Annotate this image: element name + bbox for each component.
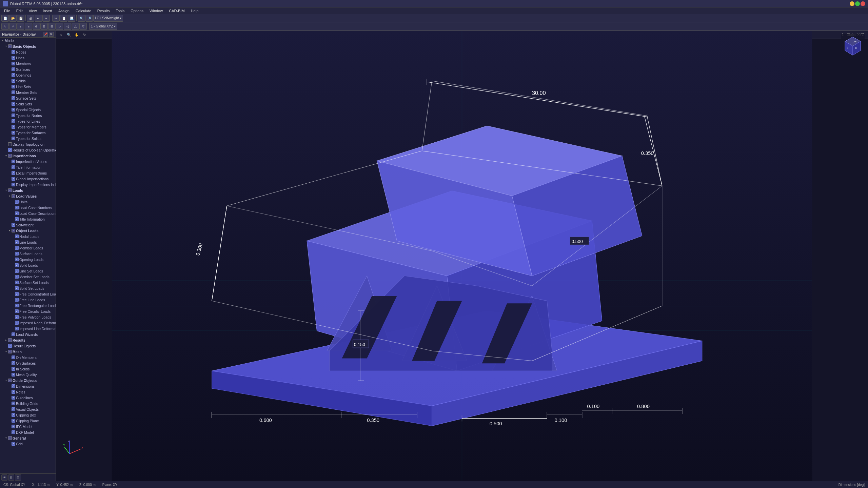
tree-checkbox-nodal-loads[interactable] xyxy=(15,235,19,238)
tree-expand-notes[interactable] xyxy=(7,390,12,394)
nav-tree-item-mesh-quality[interactable]: Mesh Quality xyxy=(0,372,56,378)
toolbar2-btn-2[interactable]: ↙ xyxy=(17,23,24,30)
tree-checkbox-imperfection-values[interactable] xyxy=(12,160,15,163)
tree-expand-nodes[interactable] xyxy=(7,50,12,54)
menu-item-file[interactable]: File xyxy=(1,8,13,14)
nav-tree-item-opening-loads[interactable]: Opening Loads xyxy=(0,257,56,262)
menu-item-edit[interactable]: Edit xyxy=(14,8,25,14)
tree-expand-local-imperfections[interactable] xyxy=(7,171,12,175)
tree-expand-display-imperfections-lc[interactable] xyxy=(7,183,12,187)
nav-tree-item-guidelines[interactable]: Guidelines xyxy=(0,395,56,401)
menu-item-assign[interactable]: Assign xyxy=(56,8,72,14)
tree-expand-mesh-on-surfaces[interactable] xyxy=(7,361,12,365)
tree-expand-object-loads[interactable]: ▾ xyxy=(7,229,12,233)
tree-checkbox-surface-sets[interactable] xyxy=(12,96,15,100)
tree-expand-opening-loads[interactable] xyxy=(11,258,15,262)
nav-tree-item-openings[interactable]: Openings xyxy=(0,72,56,78)
tree-checkbox-opening-loads[interactable] xyxy=(15,258,19,261)
nav-tree-item-special-objects[interactable]: Special Objects xyxy=(0,107,56,113)
tree-checkbox-line-set-loads[interactable] xyxy=(15,269,19,273)
tree-checkbox-types-members[interactable] xyxy=(12,125,15,129)
tree-checkbox-load-case-numbers[interactable] xyxy=(15,206,19,209)
tree-checkbox-line-loads[interactable] xyxy=(15,240,19,244)
toolbar2-btn-10[interactable]: ▽ xyxy=(79,23,87,30)
tree-expand-free-polygon-loads[interactable] xyxy=(11,315,15,319)
tree-expand-mesh[interactable]: ▾ xyxy=(4,350,8,354)
toolbar-btn-3[interactable]: 🖨 xyxy=(27,15,34,22)
nav-tree-item-mesh-on-surfaces[interactable]: On Surfaces xyxy=(0,360,56,366)
nav-tree-item-loads[interactable]: ▾Loads xyxy=(0,187,56,193)
tree-expand-line-loads[interactable] xyxy=(11,240,15,244)
tree-checkbox-dxf-model[interactable] xyxy=(12,430,15,434)
tree-checkbox-solid-sets[interactable] xyxy=(12,102,15,106)
tree-checkbox-local-imperfections[interactable] xyxy=(12,171,15,175)
nav-tree-item-imperfections[interactable]: ▾Imperfections xyxy=(0,153,56,159)
maximize-button[interactable] xyxy=(855,1,860,6)
menu-item-tools[interactable]: Tools xyxy=(113,8,127,14)
tree-checkbox-units[interactable] xyxy=(15,200,19,204)
tree-expand-load-case-descriptions[interactable] xyxy=(11,211,15,216)
nav-tree-item-load-case-descriptions[interactable]: Load Case Descriptions xyxy=(0,210,56,216)
tree-checkbox-result-objects[interactable] xyxy=(8,344,12,348)
tree-checkbox-surface-loads[interactable] xyxy=(15,252,19,256)
tree-checkbox-ifc-model[interactable] xyxy=(12,425,15,428)
tree-expand-results-boolean[interactable] xyxy=(4,148,8,152)
tree-checkbox-mesh-in-solids[interactable] xyxy=(12,367,15,371)
menu-item-help[interactable]: Help xyxy=(188,8,201,14)
tree-expand-title-info-loads[interactable] xyxy=(11,217,15,221)
tree-expand-mesh-quality[interactable] xyxy=(7,373,12,377)
tree-checkbox-dimensions[interactable] xyxy=(12,384,15,388)
tree-checkbox-free-rectangular-loads[interactable] xyxy=(15,304,19,307)
tree-checkbox-visual-objects[interactable] xyxy=(12,407,15,411)
nav-tree-item-types-solids[interactable]: Types for Solids xyxy=(0,136,56,141)
tree-expand-clipping-box[interactable] xyxy=(7,413,12,417)
menu-item-options[interactable]: Options xyxy=(128,8,146,14)
tree-checkbox-grid[interactable] xyxy=(12,442,15,446)
nav-tree-item-members[interactable]: Members xyxy=(0,61,56,66)
tree-expand-types-solids[interactable] xyxy=(7,137,12,141)
tree-checkbox-title-info-loads[interactable] xyxy=(15,217,19,221)
tree-expand-free-line-loads[interactable] xyxy=(11,298,15,302)
tree-checkbox-mesh-on-surfaces[interactable] xyxy=(12,361,15,365)
nav-tree-item-surface-sets[interactable]: Surface Sets xyxy=(0,95,56,101)
toolbar2-btn-6[interactable]: ⊟ xyxy=(48,23,56,30)
nav-tree-item-display-imperfections-lc[interactable]: Display Imperfections in Load C... xyxy=(0,182,56,187)
nav-tree-item-dimensions[interactable]: Dimensions xyxy=(0,383,56,389)
tree-checkbox-mesh[interactable] xyxy=(8,350,12,353)
nav-tree-item-results-boolean[interactable]: Results of Boolean Operations xyxy=(0,147,56,153)
nav-close-button[interactable]: ✕ xyxy=(49,32,54,37)
menu-item-insert[interactable]: Insert xyxy=(40,8,55,14)
nav-tree-item-title-information[interactable]: Title Information xyxy=(0,164,56,170)
toolbar-btn-5[interactable]: ↪ xyxy=(42,15,50,22)
tree-expand-nodal-loads[interactable] xyxy=(11,235,15,239)
tree-checkbox-nodes[interactable] xyxy=(12,50,15,54)
nav-tree-item-mesh-in-solids[interactable]: In Solids xyxy=(0,366,56,372)
nav-tree-item-ifc-model[interactable]: IFC Model xyxy=(0,424,56,429)
tree-expand-units[interactable] xyxy=(11,200,15,204)
tree-checkbox-free-circular-loads[interactable] xyxy=(15,309,19,313)
toolbar-btn-8[interactable]: 📃 xyxy=(68,15,75,22)
toolbar-btn-1[interactable]: 📂 xyxy=(9,15,17,22)
tree-expand-model[interactable]: ▾ xyxy=(1,39,5,43)
tree-checkbox-mesh-quality[interactable] xyxy=(12,373,15,377)
tree-checkbox-clipping-box[interactable] xyxy=(12,413,15,417)
tree-checkbox-load-wizards[interactable] xyxy=(12,332,15,336)
tree-expand-imposed-line-deformations[interactable] xyxy=(11,327,15,331)
nav-tree-item-grid[interactable]: Grid xyxy=(0,441,56,447)
nav-tree-item-load-case-numbers[interactable]: Load Case Numbers xyxy=(0,205,56,210)
nav-tree-item-member-sets[interactable]: Member Sets xyxy=(0,89,56,95)
tree-expand-free-concentrated-loads[interactable] xyxy=(11,292,15,296)
tree-checkbox-free-concentrated-loads[interactable] xyxy=(15,292,19,296)
menu-item-results[interactable]: Results xyxy=(95,8,113,14)
tree-checkbox-load-case-descriptions[interactable] xyxy=(15,211,19,215)
nav-tree-item-lines[interactable]: Lines xyxy=(0,55,56,61)
nav-tree-item-member-set-loads[interactable]: Member Set Loads xyxy=(0,274,56,280)
nav-tree-item-clipping-box[interactable]: Clipping Box xyxy=(0,412,56,418)
tree-expand-line-sets[interactable] xyxy=(7,85,12,89)
tree-checkbox-title-information[interactable] xyxy=(12,165,15,169)
nav-cube[interactable]: TOP R L xyxy=(841,34,865,58)
nav-tree-item-free-rectangular-loads[interactable]: Free Rectangular Loads xyxy=(0,303,56,308)
toolbar-btn-10[interactable]: 🔎 xyxy=(85,15,93,22)
tree-expand-grid[interactable] xyxy=(7,442,12,446)
nav-tree-item-basic-objects[interactable]: ▾Basic Objects xyxy=(0,43,56,49)
